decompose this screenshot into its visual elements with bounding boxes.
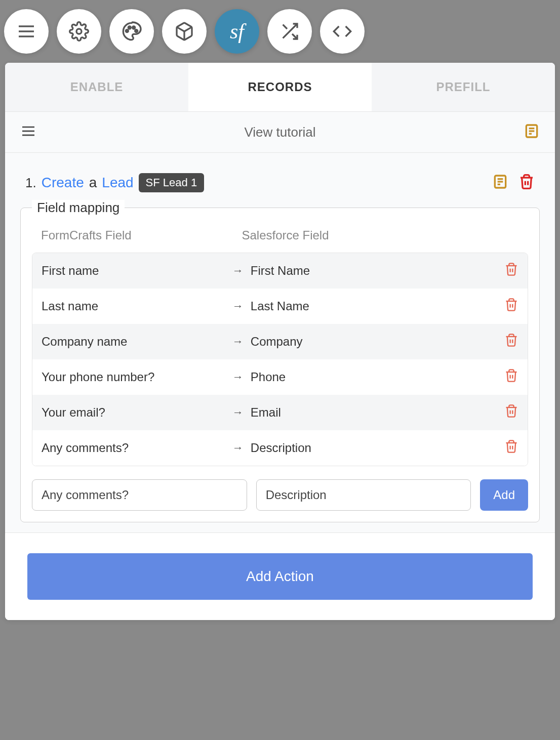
action-delete-button[interactable] (518, 174, 535, 192)
sf-icon: sf (230, 19, 244, 44)
trash-icon (504, 333, 518, 347)
map-to-value: Last Name (251, 299, 504, 313)
delete-mapping-button[interactable] (504, 368, 518, 386)
action-verb[interactable]: Create (42, 175, 84, 191)
gear-icon (69, 21, 89, 42)
mapping-row: Any comments?→Description (32, 430, 528, 466)
arrow-icon: → (232, 264, 251, 277)
trash-icon (504, 439, 518, 454)
mapping-row: Your email?→Email (32, 395, 528, 430)
shuffle-button[interactable] (267, 9, 312, 54)
svg-point-7 (135, 30, 138, 32)
from-field-select[interactable]: Any comments? (32, 479, 247, 511)
delete-mapping-button[interactable] (504, 439, 518, 457)
add-mapping-button[interactable]: Add (480, 479, 528, 511)
code-button[interactable] (320, 9, 365, 54)
package-button[interactable] (162, 9, 207, 54)
map-from-value: First name (42, 264, 232, 278)
view-tutorial-link[interactable]: View tutorial (36, 125, 524, 140)
map-from-value: Your phone number? (42, 370, 232, 384)
tab-enable[interactable]: ENABLE (5, 63, 188, 111)
field-mapping-fieldset: Field mapping FormCrafts Field Salesforc… (20, 208, 540, 522)
tab-records[interactable]: RECORDS (188, 63, 372, 111)
map-to-value: First Name (251, 264, 504, 278)
footer: Add Action (5, 532, 555, 620)
trash-icon (504, 298, 518, 312)
palette-button[interactable] (109, 9, 154, 54)
tab-prefill[interactable]: PREFILL (372, 63, 555, 111)
action-badge: SF Lead 1 (139, 173, 205, 192)
mapping-table: First name→First NameLast name→Last Name… (32, 253, 528, 466)
action-conjunction: a (89, 175, 97, 191)
delete-mapping-button[interactable] (504, 298, 518, 315)
hamburger-icon (16, 21, 36, 42)
notes-icon (492, 174, 508, 190)
main-panel: ENABLE RECORDS PREFILL View tutorial 1. … (5, 63, 555, 620)
delete-mapping-button[interactable] (504, 262, 518, 279)
fieldset-legend: Field mapping (32, 200, 125, 216)
svg-point-6 (133, 26, 135, 29)
tutorial-notes-button[interactable] (524, 123, 540, 141)
svg-point-3 (76, 29, 82, 34)
arrow-icon: → (232, 441, 251, 455)
map-to-value: Email (251, 405, 504, 420)
action-notes-button[interactable] (492, 174, 508, 192)
svg-point-5 (128, 26, 131, 29)
svg-point-4 (126, 30, 128, 32)
column-header-to: Salesforce Field (242, 228, 519, 242)
arrow-icon: → (232, 371, 251, 384)
column-header-from: FormCrafts Field (41, 228, 242, 242)
map-from-value: Any comments? (42, 441, 232, 455)
trash-icon (504, 404, 518, 418)
map-to-value: Phone (251, 370, 504, 384)
arrow-icon: → (232, 406, 251, 419)
map-from-value: Company name (42, 335, 232, 349)
palette-icon (122, 21, 142, 42)
mapping-row: Company name→Company (32, 324, 528, 359)
map-to-value: Description (251, 441, 504, 455)
to-field-select[interactable]: Description (256, 479, 471, 511)
mapping-row: Your phone number?→Phone (32, 359, 528, 395)
action-object[interactable]: Lead (102, 175, 133, 191)
map-from-value: Last name (42, 299, 232, 313)
delete-mapping-button[interactable] (504, 404, 518, 421)
box-icon (174, 21, 194, 42)
menu-button[interactable] (4, 9, 49, 54)
mapping-row: Last name→Last Name (32, 289, 528, 324)
salesforce-button[interactable]: sf (215, 9, 259, 54)
delete-mapping-button[interactable] (504, 333, 518, 350)
map-to-value: Company (251, 335, 504, 349)
subheader: View tutorial (5, 112, 555, 153)
add-mapping-row: Any comments? Description Add (32, 479, 528, 511)
svg-line-11 (283, 25, 287, 29)
trash-icon (518, 174, 535, 190)
hamburger-icon (20, 123, 36, 139)
trash-icon (504, 368, 518, 383)
trash-icon (504, 262, 518, 276)
action-number: 1. (25, 175, 36, 191)
shuffle-icon (279, 21, 300, 42)
action-header: 1. Create a Lead SF Lead 1 (20, 173, 540, 192)
arrow-icon: → (232, 335, 251, 348)
content-area: 1. Create a Lead SF Lead 1 Field mapping… (5, 153, 555, 532)
map-from-value: Your email? (42, 405, 232, 420)
settings-button[interactable] (57, 9, 101, 54)
tabs: ENABLE RECORDS PREFILL (5, 63, 555, 112)
subheader-menu[interactable] (20, 123, 36, 141)
notes-icon (524, 123, 540, 139)
add-action-button[interactable]: Add Action (27, 553, 533, 600)
mapping-row: First name→First Name (32, 253, 528, 289)
code-icon (332, 21, 352, 42)
arrow-icon: → (232, 300, 251, 313)
